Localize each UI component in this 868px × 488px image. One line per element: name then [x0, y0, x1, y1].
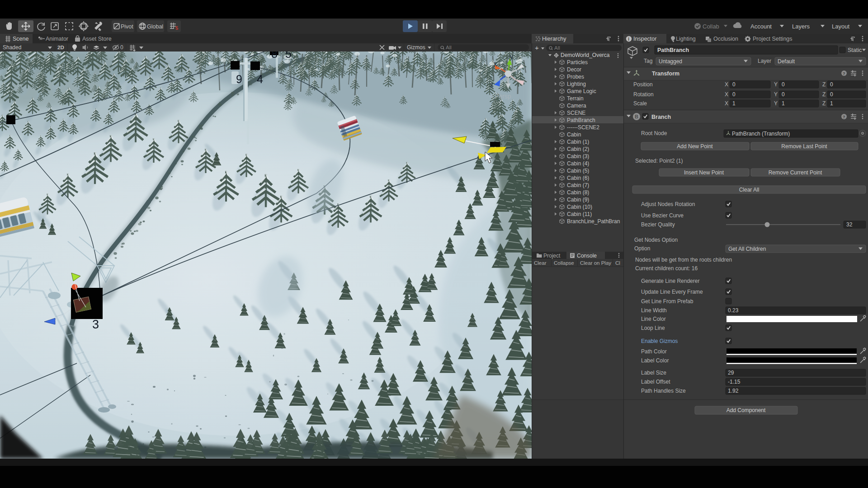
- svg-text:Option: Option: [634, 245, 650, 252]
- svg-text:Shaded: Shaded: [3, 44, 21, 51]
- svg-text:Add New Point: Add New Point: [677, 143, 713, 150]
- svg-text:Collab: Collab: [703, 23, 719, 30]
- svg-text:Z: Z: [822, 91, 826, 98]
- svg-text:Inspector: Inspector: [633, 36, 656, 42]
- svg-text:1: 1: [732, 100, 736, 107]
- svg-text:Path Color: Path Color: [641, 348, 667, 355]
- svg-text:0: 0: [732, 81, 736, 88]
- svg-text:4: 4: [257, 73, 263, 85]
- svg-text:Insert New Point: Insert New Point: [684, 169, 724, 176]
- svg-text:Add Component: Add Component: [726, 407, 766, 413]
- svg-text:1.92: 1.92: [728, 388, 739, 394]
- svg-text:Layers: Layers: [792, 23, 810, 30]
- svg-text:Occlusion: Occlusion: [713, 36, 738, 42]
- svg-text:All: All: [554, 45, 560, 51]
- svg-text:Current children count: 16: Current children count: 16: [635, 265, 698, 272]
- svg-text:0: 0: [830, 91, 833, 98]
- svg-text:5: 5: [175, 25, 178, 31]
- svg-text:Scene: Scene: [13, 36, 28, 42]
- svg-text:Y: Y: [774, 91, 778, 98]
- svg-text:B: B: [635, 114, 638, 119]
- svg-text:Account: Account: [750, 23, 772, 30]
- svg-text:1: 1: [782, 100, 785, 107]
- svg-text:Get Line From Prefab: Get Line From Prefab: [641, 298, 693, 305]
- svg-text:-1.15: -1.15: [728, 379, 741, 385]
- svg-text:Collapse: Collapse: [554, 260, 574, 266]
- svg-text:Position: Position: [633, 81, 653, 88]
- svg-text:DemoWorld_Overca: DemoWorld_Overca: [561, 52, 610, 58]
- svg-text:Label Size: Label Size: [641, 370, 666, 376]
- svg-text:0: 0: [782, 81, 785, 88]
- svg-text:Y: Y: [774, 81, 778, 88]
- svg-text:Line Width: Line Width: [641, 307, 667, 314]
- svg-text:Global: Global: [147, 23, 163, 30]
- svg-text:Pivot: Pivot: [121, 23, 133, 30]
- svg-text:Console: Console: [577, 253, 597, 259]
- svg-text:Remove Current Point: Remove Current Point: [769, 169, 822, 176]
- svg-text:y: y: [509, 52, 514, 61]
- svg-text:Rotation: Rotation: [633, 91, 654, 98]
- svg-text:29: 29: [728, 370, 734, 376]
- svg-text:0: 0: [830, 81, 833, 88]
- svg-text:Layout: Layout: [832, 23, 849, 30]
- svg-text:Clear on Play: Clear on Play: [580, 260, 611, 266]
- svg-text:X: X: [725, 100, 728, 107]
- svg-text:Clear All: Clear All: [739, 187, 760, 193]
- svg-text:Bezier Quality: Bezier Quality: [641, 221, 675, 228]
- svg-text:Asset Store: Asset Store: [82, 36, 112, 42]
- svg-text:Transform: Transform: [652, 70, 679, 77]
- svg-text:Lighting: Lighting: [676, 36, 696, 42]
- svg-text:Label Color: Label Color: [641, 357, 669, 364]
- svg-text:All: All: [446, 45, 452, 50]
- svg-text:X: X: [725, 91, 728, 98]
- svg-text:Nodes will be get from the roo: Nodes will be get from the roots childre…: [635, 257, 732, 263]
- svg-text:Project: Project: [543, 253, 561, 259]
- svg-text:Update Line Every Frame: Update Line Every Frame: [641, 289, 703, 295]
- svg-text:Root Node: Root Node: [641, 130, 667, 136]
- svg-text:PathBranch: PathBranch: [657, 47, 689, 53]
- svg-text:3: 3: [92, 318, 99, 331]
- svg-text:z: z: [490, 80, 494, 89]
- svg-text:i: i: [628, 37, 629, 42]
- svg-text:Scale: Scale: [633, 100, 647, 107]
- svg-text:< Persp: < Persp: [489, 93, 511, 100]
- svg-text:Adjust Nodes Rotation: Adjust Nodes Rotation: [641, 201, 695, 207]
- svg-text:Untagged: Untagged: [659, 58, 682, 65]
- svg-text:Loop Line: Loop Line: [641, 325, 665, 331]
- svg-text:X: X: [725, 81, 728, 88]
- svg-text:Z: Z: [822, 100, 826, 107]
- svg-text:PathBranch (Transform): PathBranch (Transform): [732, 131, 790, 137]
- svg-text:2D: 2D: [57, 45, 64, 50]
- svg-text:Layer: Layer: [758, 58, 771, 64]
- svg-text:Get All Children: Get All Children: [728, 246, 766, 252]
- svg-text:Use Bezier Curve: Use Bezier Curve: [641, 212, 684, 219]
- svg-text:+: +: [535, 44, 539, 52]
- svg-text:0: 0: [732, 91, 736, 98]
- svg-text:Branch: Branch: [651, 114, 671, 120]
- svg-text:Clear: Clear: [534, 260, 547, 266]
- svg-text:Animator: Animator: [46, 36, 68, 42]
- svg-text:0: 0: [782, 91, 785, 98]
- svg-text:Generate Line Renderer: Generate Line Renderer: [641, 278, 699, 284]
- svg-text:x: x: [494, 60, 497, 68]
- svg-text:Gizmos: Gizmos: [407, 44, 425, 51]
- svg-text:Selected: Point2 (1): Selected: Point2 (1): [635, 158, 683, 164]
- svg-text:9: 9: [236, 73, 242, 85]
- svg-text:Label Offset: Label Offset: [641, 379, 670, 385]
- svg-text:Remove Last Point: Remove Last Point: [781, 143, 827, 150]
- svg-text:Line Color: Line Color: [641, 316, 666, 322]
- svg-text:1: 1: [830, 100, 833, 107]
- svg-text:Cl: Cl: [615, 260, 620, 266]
- svg-text:32: 32: [846, 221, 853, 228]
- svg-text:0: 0: [120, 44, 123, 51]
- svg-text:Default: Default: [778, 58, 795, 65]
- svg-text:0.23: 0.23: [728, 307, 739, 314]
- svg-text:Tag: Tag: [644, 58, 652, 64]
- svg-text:Enable Gizmos: Enable Gizmos: [641, 338, 678, 344]
- svg-text:8: 8: [271, 52, 278, 60]
- svg-text:Project Settings: Project Settings: [753, 36, 793, 42]
- svg-text:Z: Z: [822, 81, 826, 88]
- svg-text:Path Handles Size: Path Handles Size: [641, 388, 686, 394]
- svg-text:5: 5: [285, 52, 292, 60]
- svg-text:Y: Y: [774, 100, 778, 107]
